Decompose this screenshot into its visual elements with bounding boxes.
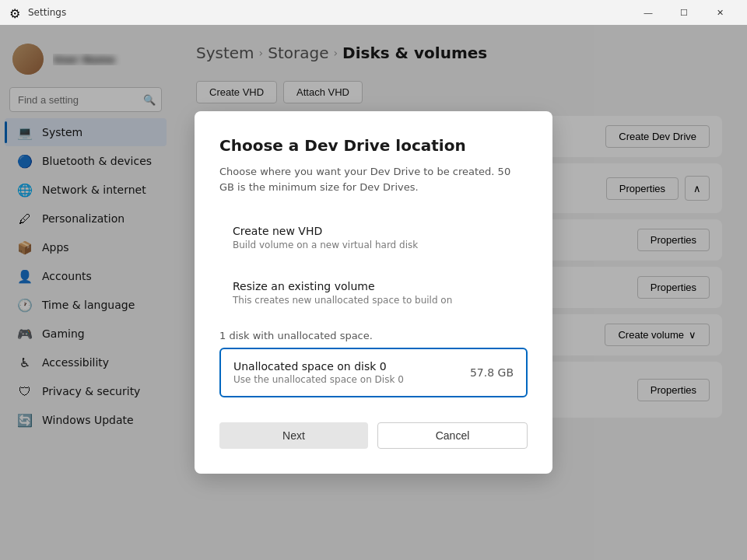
dialog-title: Choose a Dev Drive location [219,136,528,155]
disk-item-title: Unallocated space on disk 0 [233,360,404,373]
dialog-option-resize[interactable]: Resize an existing volume This creates n… [219,268,528,317]
option-resize-title: Resize an existing volume [233,280,514,292]
window-controls: — ☐ ✕ [630,0,738,25]
next-button[interactable]: Next [219,422,368,449]
dialog-option-new-vhd[interactable]: Create new VHD Build volume on a new vir… [219,213,528,262]
title-bar-title: Settings [28,7,630,18]
dialog-description: Choose where you want your Dev Drive to … [219,164,528,194]
title-bar: ⚙ Settings — ☐ ✕ [0,0,747,25]
disk-item-desc: Use the unallocated space on Disk 0 [233,374,404,385]
disk-item-size: 57.8 GB [470,366,514,379]
dialog-footer: Next Cancel [219,422,528,449]
close-button[interactable]: ✕ [702,0,738,25]
dialog-section-label: 1 disk with unallocated space. [219,330,528,341]
option-new-vhd-desc: Build volume on a new virtual hard disk [233,240,514,250]
option-resize-desc: This creates new unallocated space to bu… [233,295,514,306]
modal-overlay: Choose a Dev Drive location Choose where… [0,25,747,560]
disk-item-info: Unallocated space on disk 0 Use the unal… [233,360,404,385]
maximize-button[interactable]: ☐ [666,0,702,25]
cancel-button[interactable]: Cancel [377,422,528,449]
settings-icon: ⚙ [9,6,22,19]
minimize-button[interactable]: — [630,0,666,25]
dialog-disk-item[interactable]: Unallocated space on disk 0 Use the unal… [219,348,528,397]
dialog: Choose a Dev Drive location Choose where… [195,111,552,474]
option-new-vhd-title: Create new VHD [233,225,514,237]
